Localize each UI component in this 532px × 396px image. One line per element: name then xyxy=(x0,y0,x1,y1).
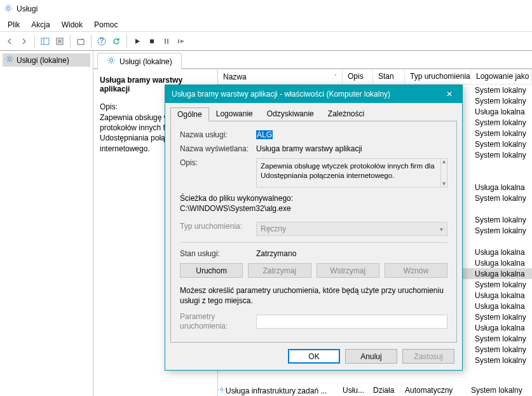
gear-icon xyxy=(107,56,116,67)
cell-log: System lokalny xyxy=(471,215,532,225)
cell-log: System lokalny xyxy=(471,150,532,160)
svg-rect-10 xyxy=(150,39,154,43)
stop-service-button[interactable] xyxy=(145,34,159,48)
value-service-name[interactable]: ALG xyxy=(256,130,273,139)
cell-log: System lokalny xyxy=(471,334,532,344)
col-name[interactable]: Nazwa˄ xyxy=(218,69,343,84)
dialog-title: Usługa bramy warstwy aplikacji - właściw… xyxy=(172,90,390,99)
content-tab[interactable]: Usługi (lokalne) xyxy=(97,53,182,69)
dialog-tabs: Ogólne Logowanie Odzyskiwanie Zależności xyxy=(165,103,462,121)
stop-button: Zatrzymaj xyxy=(248,263,311,278)
properties-dialog: Usługa bramy warstwy aplikacji - właściw… xyxy=(165,85,463,371)
svg-point-16 xyxy=(221,388,223,391)
col-opis[interactable]: Opis xyxy=(343,69,373,84)
list-row[interactable]: Usługa infrastruktury zadań ... Usłu... … xyxy=(218,384,532,396)
menubar: Plik Akcja Widok Pomoc xyxy=(0,18,532,32)
label-service-state: Stan usługi: xyxy=(180,249,256,258)
value-description: Zapewnia obsługę wtyczek protokołów inny… xyxy=(256,158,440,188)
help-button[interactable]: ? xyxy=(95,34,109,48)
cell-log: Usługa lokalna xyxy=(471,247,532,257)
dialog-titlebar[interactable]: Usługa bramy warstwy aplikacji - właściw… xyxy=(165,85,462,103)
properties-button[interactable] xyxy=(53,34,67,48)
apply-button: Zastosuj xyxy=(402,349,454,364)
tab-dependencies[interactable]: Zależności xyxy=(321,107,371,121)
cell-log: Usługa lokalna xyxy=(471,269,532,279)
col-typ[interactable]: Typ uruchomienia xyxy=(405,69,471,84)
toolbar-separator xyxy=(91,35,92,48)
tree-panel: Usługi (lokalne) xyxy=(0,51,93,396)
cell-log: System lokalny xyxy=(471,386,532,395)
tree-root-label: Usługi (lokalne) xyxy=(17,56,69,65)
toolbar-separator xyxy=(70,35,71,48)
toolbar-separator xyxy=(34,35,35,48)
toolbar: ? xyxy=(0,32,532,51)
list-header: Nazwa˄ Opis Stan Typ uruchomienia Logowa… xyxy=(218,69,532,85)
menu-action[interactable]: Akcja xyxy=(26,19,55,31)
svg-point-0 xyxy=(7,6,10,10)
pause-button: Wstrzymaj xyxy=(317,263,379,278)
startup-type-value: Ręczny xyxy=(261,224,286,233)
restart-service-button[interactable] xyxy=(174,34,188,48)
pause-service-button[interactable] xyxy=(160,34,174,48)
col-log[interactable]: Logowanie jako xyxy=(471,69,532,84)
label-start-params: Parametry uruchomienia: xyxy=(180,312,256,331)
forward-button[interactable] xyxy=(17,34,31,48)
cell-log: Usługa lokalna xyxy=(471,323,532,333)
svg-text:?: ? xyxy=(99,37,104,45)
description-scrollbar[interactable]: ▲ ▼ xyxy=(440,158,447,188)
cell-log: Usługa lokalna xyxy=(471,301,532,311)
tab-recovery[interactable]: Odzyskiwanie xyxy=(260,107,321,121)
back-button[interactable] xyxy=(3,34,17,48)
sort-caret-icon: ˄ xyxy=(334,74,337,79)
ok-button[interactable]: OK xyxy=(288,349,340,364)
cell-log xyxy=(471,241,532,242)
chevron-down-icon: ▾ xyxy=(440,226,443,233)
label-description: Opis: xyxy=(180,158,256,188)
note-text: Możesz określić parametry uruchomienia, … xyxy=(180,285,447,306)
export-button[interactable] xyxy=(74,34,88,48)
window-title: Usługi xyxy=(17,4,38,13)
label-exe-path: Ścieżka do pliku wykonywalnego: xyxy=(180,194,447,203)
cell-log: System lokalny xyxy=(471,118,532,128)
start-service-button[interactable] xyxy=(130,34,144,48)
menu-view[interactable]: Widok xyxy=(57,19,88,31)
col-stan[interactable]: Stan xyxy=(373,69,405,84)
value-exe-path: C:\WINDOWS\System32\alg.exe xyxy=(180,204,447,213)
cell-log: System lokalny xyxy=(471,85,532,95)
gear-icon xyxy=(5,55,14,65)
toolbar-separator xyxy=(126,35,127,48)
svg-rect-1 xyxy=(41,38,49,44)
menu-help[interactable]: Pomoc xyxy=(89,19,123,31)
cell-log: System lokalny xyxy=(471,312,532,322)
cell-stan: Działa xyxy=(373,386,405,395)
menu-file[interactable]: Plik xyxy=(3,19,25,31)
value-display-name: Usługa bramy warstwy aplikacji xyxy=(256,144,447,153)
label-startup-type: Typ uruchomienia: xyxy=(180,222,256,236)
resume-button: Wznów xyxy=(385,263,447,278)
cell-log: System lokalny xyxy=(471,128,532,139)
cell-log: System lokalny xyxy=(471,96,532,106)
content-tabstrip: Usługi (lokalne) xyxy=(93,51,532,69)
content-tab-label: Usługi (lokalne) xyxy=(119,57,172,66)
show-hide-tree-button[interactable] xyxy=(38,34,52,48)
cancel-button[interactable]: Anuluj xyxy=(345,349,397,364)
svg-rect-7 xyxy=(78,39,84,44)
svg-rect-12 xyxy=(167,39,168,44)
gear-icon xyxy=(4,4,13,15)
gear-icon xyxy=(218,386,226,395)
cell-log: System lokalny xyxy=(471,355,532,365)
cell-opis: Usłu... xyxy=(343,386,373,395)
tree-root-item[interactable]: Usługi (lokalne) xyxy=(3,53,90,67)
cell-log: System lokalny xyxy=(471,280,532,290)
value-service-state: Zatrzymano xyxy=(256,249,447,258)
close-button[interactable]: ✕ xyxy=(443,90,456,99)
svg-rect-11 xyxy=(165,39,166,44)
label-service-name: Nazwa usługi: xyxy=(180,130,256,139)
tab-logon[interactable]: Logowanie xyxy=(209,107,260,121)
start-button[interactable]: Uruchom xyxy=(180,263,243,278)
cell-name: Usługa infrastruktury zadań ... xyxy=(226,386,327,395)
cell-log xyxy=(471,176,532,177)
refresh-button[interactable] xyxy=(109,34,123,48)
window-titlebar: Usługi xyxy=(0,0,532,18)
tab-general[interactable]: Ogólne xyxy=(170,107,209,121)
